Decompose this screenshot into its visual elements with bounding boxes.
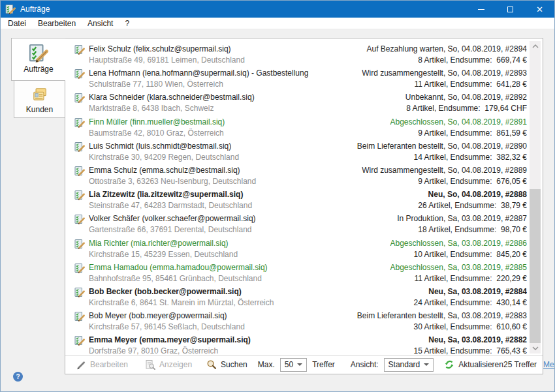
maximize-button[interactable] [496, 1, 525, 18]
order-row[interactable]: Emma Meyer (emma.meyer@supermail.siq) Do… [74, 333, 527, 355]
result-count: 25 Treffer [503, 360, 537, 369]
order-status-line: Unbekannt, So, 04.08.2019, #2892 [405, 92, 527, 103]
view-dropdown[interactable]: Standard [384, 358, 434, 372]
order-customer-address: Kirchstraße 57, 96145 Seßlach, Deutschla… [89, 322, 357, 333]
edit-button[interactable]: Bearbeiten [76, 359, 128, 370]
order-summary-line: 15 Artikel, Endsumme: 765,43 € [414, 346, 527, 355]
sidebar-tab-kunden[interactable]: Kunden [14, 81, 65, 118]
order-details: Wird zusammengestellt, So, 04.08.2019, #… [362, 68, 527, 90]
menu-datei[interactable]: Datei [2, 18, 32, 29]
scroll-down-button[interactable] [530, 343, 541, 354]
show-button[interactable]: Anzeigen [145, 359, 192, 370]
max-results-dropdown[interactable]: 50 [280, 358, 307, 372]
order-customer-address: Bahnhofstraße 95, 85461 Grünbach, Deutsc… [89, 273, 390, 284]
order-row[interactable]: Luis Schmidt (luis.schmidt@bestmail.siq)… [74, 140, 527, 164]
view-value: Standard [388, 360, 420, 369]
order-customer-name: Bob Meyer (bob.meyer@powermail.siq) [89, 310, 357, 322]
order-icon [74, 190, 85, 200]
order-row[interactable]: Klara Schneider (klara.schneider@bestmai… [74, 91, 527, 115]
order-customer-address: Kirchstraße 6, 8641 St. Marein im Mürzta… [89, 297, 414, 309]
order-summary-line: 8 Artikel, Endsumme: 669,74 € [366, 55, 527, 66]
order-summary-line: 10 Artikel, Endsumme: 845,20 € [390, 249, 528, 260]
order-status-line: Neu, Sa, 03.08.2019, #2882 [414, 335, 527, 346]
order-customer-name: Emma Hamadou (emma.hamadou@powermail.siq… [89, 262, 390, 273]
order-details: Beim Lieferanten bestellt, So, 04.08.201… [357, 141, 527, 163]
app-window: Aufträge ✕ Datei Bearbeiten Ansicht ? Au… [0, 0, 555, 392]
order-summary-line: 11 Artikel, Endsumme: 220,29 € [390, 273, 528, 284]
order-row[interactable]: Bob Meyer (bob.meyer@powermail.siq) Kirc… [74, 309, 527, 333]
order-details: Wird zusammengestellt, So, 04.08.2019, #… [362, 165, 527, 187]
scrollbar-thumb[interactable] [530, 189, 541, 343]
refresh-button-label: Aktualisieren [458, 360, 503, 369]
minimize-button[interactable] [466, 1, 496, 18]
max-results-value: 50 [285, 360, 293, 369]
order-row[interactable]: Bob Becker (bob.becker@powermail.siq) Ki… [74, 285, 527, 309]
order-customer: Felix Schulz (felix.schulz@supermail.siq… [89, 44, 366, 66]
order-icon [74, 44, 85, 55]
order-customer-name: Emma Schulz (emma.schulz@bestmail.siq) [89, 165, 362, 176]
order-icon [74, 287, 85, 297]
order-customer-name: Luis Schmidt (luis.schmidt@bestmail.siq) [89, 141, 357, 152]
order-customer: Luis Schmidt (luis.schmidt@bestmail.siq)… [89, 141, 357, 163]
order-customer-name: Klara Schneider (klara.schneider@bestmai… [89, 92, 405, 103]
menu-ansicht[interactable]: Ansicht [82, 18, 119, 29]
help-icon[interactable] [13, 372, 23, 382]
menubar: Datei Bearbeiten Ansicht ? [1, 18, 554, 29]
order-row[interactable]: Emma Hamadou (emma.hamadou@powermail.siq… [74, 261, 527, 285]
order-row[interactable]: Finn Müller (finn.mueller@bestmail.siq) … [74, 115, 527, 140]
order-customer-address: Schulstraße 77, 1180 Wien, Österreich [89, 79, 362, 90]
order-status-line: In Produktion, Sa, 03.08.2019, #2887 [397, 213, 527, 224]
order-icon [74, 166, 85, 176]
order-customer: Klara Schneider (klara.schneider@bestmai… [89, 92, 405, 114]
order-details: Beim Lieferanten bestellt, Sa, 03.08.201… [357, 310, 527, 333]
sidebar-tab-auftraege[interactable]: Aufträge [11, 38, 65, 81]
menu-bearbeiten[interactable]: Bearbeiten [32, 18, 82, 29]
app-icon [5, 4, 16, 14]
dropdown-arrow-icon [424, 363, 429, 366]
order-details: Neu, So, 04.08.2019, #2888 26 Artikel, E… [418, 189, 527, 211]
order-status-line: Beim Lieferanten bestellt, So, 04.08.201… [357, 141, 527, 152]
order-customer-address: Kirchstraße 15, 45239 Essen, Deutschland [89, 249, 390, 260]
pencil-icon [76, 359, 86, 370]
order-row[interactable]: Volker Schäfer (volker.schaefer@powermai… [74, 212, 527, 236]
order-summary-line: 24 Artikel, Endsumme: 430,14 € [414, 297, 527, 309]
dropdown-arrow-icon [297, 363, 302, 366]
order-row[interactable]: Lena Hofmann (lena.hofmann@supermail.siq… [74, 67, 527, 91]
order-customer: Finn Müller (finn.mueller@bestmail.siq) … [89, 117, 390, 139]
order-customer-address: Steinstraße 47, 64283 Darmstadt, Deutsch… [89, 200, 418, 211]
order-summary-line: 18 Artikel, Endsumme: 98,70 € [397, 224, 527, 235]
order-icon [74, 214, 85, 224]
load-more-link[interactable]: Mehr laden [543, 360, 555, 369]
order-row[interactable]: Lia Zitzewitz (lia.zitzewitz@supermail.s… [74, 188, 527, 212]
order-icon [74, 263, 85, 273]
menu-help[interactable]: ? [119, 18, 135, 29]
close-button[interactable]: ✕ [525, 1, 554, 18]
order-summary-line: 11 Artikel, Endsumme: 641,28 € [362, 79, 527, 90]
order-customer: Lena Hofmann (lena.hofmann@supermail.siq… [89, 68, 362, 90]
order-summary-line: 9 Artikel, Endsumme: 676,05 € [362, 176, 527, 187]
order-row[interactable]: Felix Schulz (felix.schulz@supermail.siq… [74, 42, 527, 67]
order-list: Felix Schulz (felix.schulz@supermail.siq… [65, 38, 527, 355]
order-customer-name: Volker Schäfer (volker.schaefer@powermai… [89, 213, 397, 224]
order-customer-address: Marktstraße 8, 6438 Ibach, Schweiz [89, 103, 405, 114]
scroll-up-button[interactable] [530, 41, 541, 52]
refresh-button[interactable]: Aktualisieren [444, 359, 503, 370]
orders-panel: Felix Schulz (felix.schulz@supermail.siq… [65, 38, 543, 374]
order-icon [74, 68, 85, 79]
window-title: Aufträge [20, 5, 50, 14]
order-customer-address: Kirchstraße 30, 94209 Regen, Deutschland [89, 152, 357, 163]
order-row[interactable]: Emma Schulz (emma.schulz@bestmail.siq) O… [74, 164, 527, 188]
order-customer: Emma Hamadou (emma.hamadou@powermail.siq… [89, 262, 390, 284]
order-details: Abgeschlossen, Sa, 03.08.2019, #2886 10 … [390, 238, 528, 260]
order-status-line: Auf Bezahlung warten, So, 04.08.2019, #2… [366, 44, 527, 55]
order-customer: Lia Zitzewitz (lia.zitzewitz@supermail.s… [89, 189, 418, 211]
order-customer-name: Emma Meyer (emma.meyer@supermail.siq) [89, 335, 414, 346]
treffer-label: Treffer [312, 360, 335, 369]
order-summary-line: 26 Artikel, Endsumme: 38,79 € [418, 200, 527, 211]
search-button[interactable]: Suchen [206, 359, 247, 370]
close-icon: ✕ [536, 5, 543, 14]
minimize-icon [478, 9, 484, 10]
chevron-down-icon [531, 346, 539, 351]
list-scrollbar[interactable] [530, 41, 541, 354]
order-row[interactable]: Mia Richter (mia.richter@powermail.siq) … [74, 237, 527, 261]
